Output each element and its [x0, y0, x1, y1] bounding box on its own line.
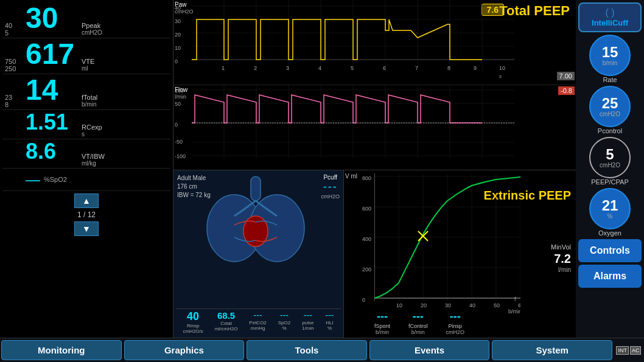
y-800: 800 — [362, 175, 371, 181]
lung-illustration — [176, 201, 341, 308]
pcuff-unit: cmH2O — [321, 193, 340, 200]
nav-up-button[interactable]: ▲ — [74, 193, 99, 208]
svg-text:30: 30 — [445, 302, 451, 308]
stats-row: 40 Rinsp cmH2O/s 68.5 Cstat ml/cmH2O ---… — [176, 308, 341, 335]
svg-text:50: 50 — [494, 302, 500, 308]
paw-y-30: 30 — [175, 18, 181, 24]
right-panel: ( ) IntelliCuff 15 b/min Rate 25 cmH2O P… — [576, 0, 644, 338]
svg-text:10: 10 — [499, 65, 505, 71]
anatomy-panel: Adult Male 176 cm IBW = 72 kg Pcuff --- … — [173, 170, 344, 338]
flow-value-box: -0.8 — [558, 86, 575, 95]
ppeak-row: 40 5 30 Ppeak cmH2O — [2, 2, 170, 38]
tab-events[interactable]: Events — [369, 340, 490, 360]
spo2-label: %SpO2 — [44, 176, 67, 183]
alarms-button[interactable]: Alarms — [578, 265, 642, 288]
vtibw-label: VT/IBW ml/kg — [82, 153, 105, 167]
svg-text:60: 60 — [518, 302, 520, 308]
lung-svg — [195, 170, 317, 268]
rinsp-stat: 40 Rinsp cmH2O/s — [183, 310, 203, 334]
tab-graphics[interactable]: Graphics — [124, 340, 245, 360]
rcexp-value: 1.51 — [26, 111, 80, 133]
flow-y-neg100: -100 — [175, 153, 186, 159]
flow-y-neg50: -50 — [175, 139, 183, 145]
tab-system[interactable]: System — [492, 340, 612, 360]
rcexp-label: RCexp s — [82, 124, 102, 137]
ppeak-limits: 40 5 — [5, 22, 23, 37]
rate-control: 15 b/min Rate — [578, 35, 642, 83]
svg-text:b/min: b/min — [508, 308, 520, 313]
spo2-row: — %SpO2 — [2, 169, 170, 191]
svg-text:2: 2 — [254, 65, 257, 71]
charts-area: 7.6 Total PEEP Paw cmH2O 40 30 20 10 0 7… — [173, 0, 576, 170]
vte-limits: 750 250 — [5, 58, 23, 72]
center-panel: 7.6 Total PEEP Paw cmH2O 40 30 20 10 0 7… — [173, 0, 576, 338]
compliance-curve-svg: 10 20 30 40 50 60 b/min f — [374, 173, 520, 313]
spo2-stat: --- SpO2 % — [278, 310, 290, 334]
svg-text:f: f — [514, 296, 516, 302]
minvol-unit: l/min — [558, 266, 571, 273]
peep-label: PEEP/CPAP — [578, 178, 642, 186]
flow-y-0: 0 — [175, 122, 178, 128]
bottom-nav: Monitoring Graphics Tools Events System … — [0, 338, 644, 362]
vtibw-row: 8.6 VT/IBW ml/kg — [2, 139, 170, 169]
intelli-cuff-button[interactable]: ( ) IntelliCuff — [578, 2, 642, 32]
svg-text:3: 3 — [286, 65, 289, 71]
peep-control: 5 cmH2O PEEP/CPAP — [578, 137, 642, 186]
paw-y-10: 10 — [175, 45, 181, 51]
spo2-value: — — [26, 171, 40, 188]
ftotal-value: 14 — [26, 75, 80, 105]
paw-y-40: 40 — [175, 5, 181, 11]
pcuff-value: --- — [321, 181, 340, 193]
pcuff-display: Pcuff --- cmH2O — [321, 174, 340, 200]
ppeak-value: 30 — [26, 4, 80, 33]
compliance-panel: Extrinsic PEEP V ml 800 600 400 200 0 Mi… — [344, 170, 576, 338]
svg-text:1: 1 — [222, 65, 225, 71]
pulse-stat: --- pulse 1/min — [302, 310, 314, 334]
ftotal-row: 23 8 14 fTotal b/min — [2, 74, 170, 110]
intelli-cuff-label: IntelliCuff — [582, 18, 638, 27]
oxygen-label: Oxygen — [578, 229, 642, 237]
svg-point-44 — [243, 216, 268, 246]
svg-text:8: 8 — [447, 65, 450, 71]
y-0: 0 — [362, 297, 365, 303]
oxygen-knob[interactable]: 21 % — [589, 188, 631, 229]
pcontrol-control: 25 cmH2O Pcontrol — [578, 86, 642, 134]
nav-arrows: ▲ 1 / 12 ▼ — [2, 191, 170, 238]
flow-y-100: 100 — [175, 88, 184, 94]
oxygen-control: 21 % Oxygen — [578, 188, 642, 237]
ftotal-label: fTotal b/min — [82, 94, 97, 108]
tab-tools[interactable]: Tools — [247, 340, 367, 360]
int-label: INT — [616, 346, 629, 355]
hli-stat: --- HLI % — [326, 310, 334, 334]
controls-button[interactable]: Controls — [578, 239, 642, 262]
paw-value-box: 7.00 — [557, 72, 575, 80]
fspont-stat: --- fSpont b/min — [374, 310, 390, 335]
page-indicator: 1 / 12 — [76, 209, 97, 220]
pcontrol-label: Pcontrol — [578, 127, 642, 134]
vte-value: 617 — [26, 40, 80, 69]
nav-down-button[interactable]: ▼ — [74, 221, 99, 236]
svg-text:4: 4 — [318, 65, 321, 71]
ac-label: AC — [630, 346, 642, 355]
svg-text:10: 10 — [396, 302, 402, 308]
vte-row: 750 250 617 VTE ml — [2, 38, 170, 74]
y-600: 600 — [362, 206, 371, 212]
svg-text:s: s — [499, 74, 502, 79]
pcontrol-knob[interactable]: 25 cmH2O — [589, 86, 631, 127]
minvol-value: 7.2 — [554, 252, 571, 266]
pinsp-stat: --- Pinsp cmH2O — [446, 310, 465, 335]
svg-rect-43 — [251, 176, 261, 201]
compliance-stats: --- fSpont b/min --- fControl b/min --- … — [374, 310, 464, 335]
minvol-label: MinVol — [551, 243, 571, 251]
intelli-cuff-icon: ( ) — [605, 7, 614, 18]
rate-knob[interactable]: 15 b/min — [589, 35, 631, 76]
peep-knob[interactable]: 5 cmH2O — [589, 137, 631, 178]
tab-monitoring[interactable]: Monitoring — [1, 340, 122, 360]
paw-y-0: 0 — [175, 58, 178, 64]
y-400: 400 — [362, 236, 371, 242]
svg-text:9: 9 — [474, 65, 477, 71]
cstat-stat: 68.5 Cstat ml/cmH2O — [215, 310, 238, 334]
ftotal-limits: 23 8 — [5, 94, 23, 108]
paw-waveform: 1 2 3 4 5 6 7 8 9 10 s — [192, 0, 514, 79]
compliance-y-label: V ml — [345, 173, 357, 180]
